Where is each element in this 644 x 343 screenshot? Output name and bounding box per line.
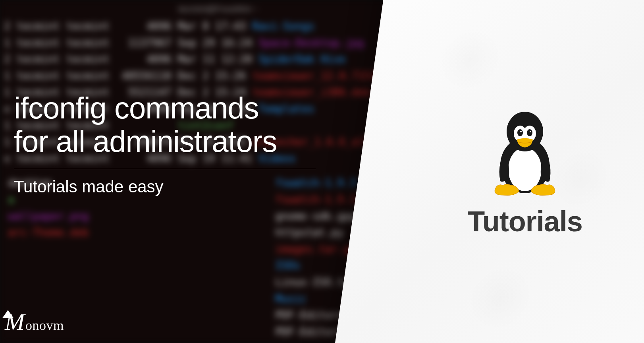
svg-point-1 [508,147,542,191]
terminal-item: arc-Theme.deb [4,225,89,241]
terminal-row: 1 tecmint tecmint 1137967 Sep 29 16:24 S… [0,35,437,52]
terminal-item: wallpaper.png [4,208,89,225]
svg-point-7 [520,131,522,132]
terminal-window-title: tecmint@FossMint ~ [0,0,437,18]
svg-point-5 [517,129,523,136]
right-panel: Tutorials [406,0,644,343]
terminal-row: 2 tecmint tecmint 4096 Mar 8 17:43 Ravi-… [0,18,437,35]
monovm-logo: M onovm [5,308,64,336]
svg-point-6 [527,129,532,136]
title-line-1: ifconfig commands [14,91,259,125]
banner-title: ifconfig commands for all administrators [14,91,316,158]
tux-linux-icon [485,106,565,197]
logo-letter-m: M [5,308,28,336]
terminal-row: 2 tecmint tecmint 4096 Mar 11 12:20 Spid… [0,51,437,68]
svg-point-8 [530,131,531,132]
banner-subtitle: Tutorials made easy [14,177,316,196]
title-line-2: for all administrators [14,124,277,158]
logo-text-rest: onovm [25,318,64,333]
banner-text-overlay: ifconfig commands for all administrators… [14,91,316,196]
title-divider [14,169,316,169]
terminal-row: 1 tecmint tecmint 48556110 Dec 2 15:26 t… [0,68,437,85]
tutorials-heading: Tutorials [467,205,582,238]
banner-image: tecmint@FossMint ~ 2 tecmint tecmint 409… [0,0,644,343]
